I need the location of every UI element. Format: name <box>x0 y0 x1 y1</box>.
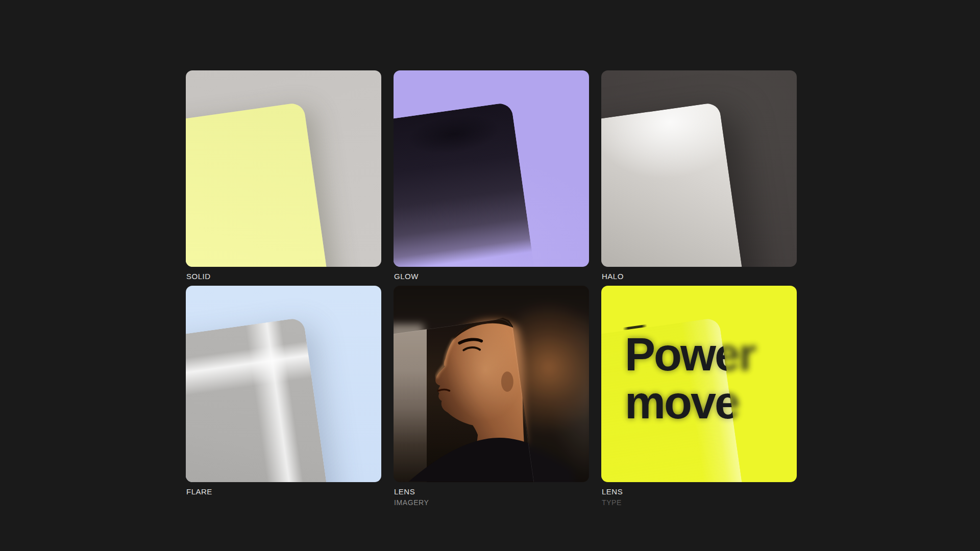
flare-thumbnail <box>186 286 381 482</box>
tile-lens-type[interactable]: Powermove Powermove LENS TYPE <box>601 286 797 482</box>
lens-imagery-thumbnail <box>394 286 589 482</box>
halo-card-shape <box>601 102 755 267</box>
solid-card-shape <box>186 102 340 267</box>
lens-type-thumbnail: Powermove Powermove <box>601 286 797 482</box>
flare-card-shape <box>186 317 340 482</box>
tile-label-flare: FLARE <box>186 487 212 496</box>
tile-label-halo: HALO <box>602 272 624 281</box>
tile-flare[interactable]: FLARE <box>186 286 381 482</box>
tile-sublabel-type: TYPE <box>602 498 622 507</box>
tile-label-lens-imagery: LENS <box>394 487 415 496</box>
glow-thumbnail <box>394 70 589 267</box>
tile-label-solid: SOLID <box>186 272 211 281</box>
tile-label-glow: GLOW <box>394 272 419 281</box>
tile-halo[interactable]: HALO <box>601 70 797 267</box>
solid-thumbnail <box>186 70 381 267</box>
tile-glow[interactable]: GLOW <box>394 70 589 267</box>
tile-lens-imagery[interactable]: LENS IMAGERY <box>394 286 589 482</box>
tile-sublabel-imagery: IMAGERY <box>394 498 429 507</box>
page: SOLID GLOW HALO FLARE <box>0 0 980 551</box>
halo-thumbnail <box>601 70 797 267</box>
glow-card-shape <box>394 102 548 267</box>
tile-grid: SOLID GLOW HALO FLARE <box>186 70 797 482</box>
tile-label-lens-type: LENS <box>602 487 623 496</box>
tile-solid[interactable]: SOLID <box>186 70 381 267</box>
